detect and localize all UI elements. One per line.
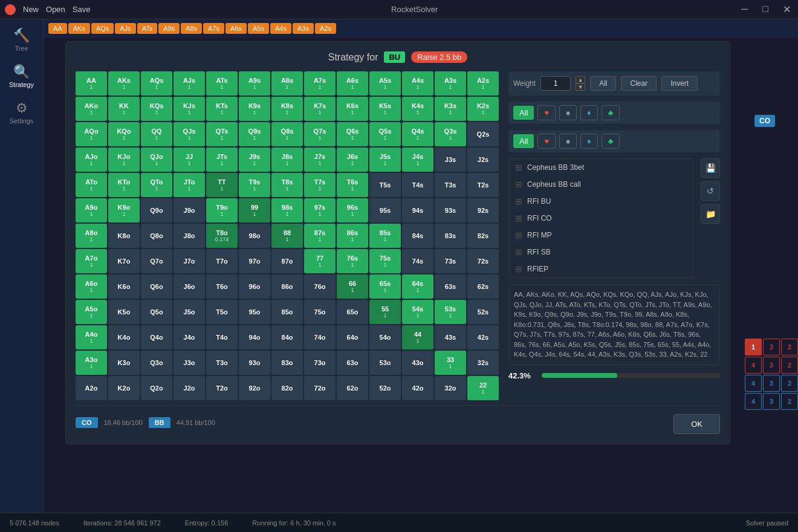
num-badge-2-red-outline-1[interactable]: 2 [781, 339, 798, 355]
hand-cell-KJo[interactable]: KJo1 [108, 148, 140, 172]
hand-cell-K6s[interactable]: K6s1 [337, 97, 368, 121]
hand-cell-97s[interactable]: 97s1 [304, 198, 336, 222]
range-item-cepheus-bb-3bet[interactable]: ⊞ Cepheus BB 3bet [509, 159, 693, 176]
hand-cell-54o[interactable]: 54o [369, 325, 401, 349]
hand-cell-76s[interactable]: 76s1 [337, 249, 368, 273]
hand-tab-AJs[interactable]: AJs [115, 23, 135, 34]
weight-down-button[interactable]: ▼ [576, 83, 585, 91]
hand-cell-72o[interactable]: 72o [304, 376, 336, 400]
hand-cell-A2o[interactable]: A2o [76, 376, 107, 400]
hand-cell-62s[interactable]: 62s [467, 274, 499, 299]
hand-cell-KK[interactable]: KK1 [108, 97, 140, 121]
hand-cell-K2o[interactable]: K2o [108, 376, 140, 400]
hand-cell-J7s[interactable]: J7s1 [304, 148, 336, 172]
hand-cell-J9o[interactable]: J9o [174, 198, 205, 222]
hand-cell-J9s[interactable]: J9s1 [239, 148, 270, 172]
hand-cell-A3s[interactable]: A3s1 [435, 71, 466, 96]
hand-cell-A6o[interactable]: A6o1 [76, 274, 107, 299]
hand-cell-Q2o[interactable]: Q2o [141, 376, 172, 400]
hand-cell-JTs[interactable]: JTs1 [206, 148, 238, 172]
hand-cell-86s[interactable]: 86s1 [337, 224, 368, 248]
hand-cell-J5s[interactable]: J5s1 [369, 148, 401, 172]
hand-cell-Q5o[interactable]: Q5o [141, 300, 172, 324]
hand-cell-Q8o[interactable]: Q8o [141, 224, 172, 248]
hand-cell-AKo[interactable]: AKo1 [76, 97, 107, 121]
hand-cell-64s[interactable]: 64s1 [402, 274, 433, 299]
hand-cell-AJs[interactable]: AJs1 [174, 71, 205, 96]
hand-cell-A3o[interactable]: A3o1 [76, 351, 107, 375]
hand-cell-J7o[interactable]: J7o [174, 249, 205, 273]
hand-cell-32s[interactable]: 32s [467, 351, 499, 375]
hand-cell-K3o[interactable]: K3o [108, 351, 140, 375]
hand-cell-55[interactable]: 551 [369, 300, 401, 324]
num-badge-1-red[interactable]: 1 [745, 339, 762, 355]
hand-cell-Q2s[interactable]: Q2s [467, 122, 499, 146]
range-item-rfi-co[interactable]: ⊞ RFI CO [509, 210, 693, 227]
hand-cell-K8o[interactable]: K8o [108, 224, 140, 248]
hand-cell-Q4s[interactable]: Q4s1 [402, 122, 433, 146]
hand-cell-87s[interactable]: 87s1 [304, 224, 336, 248]
suit-club-1[interactable]: ♣ [602, 105, 620, 120]
suit-diamond-2[interactable]: ♦ [580, 134, 598, 149]
save-range-button[interactable]: 💾 [701, 158, 720, 178]
hand-tab-AKs[interactable]: AKs [68, 23, 90, 34]
hand-cell-98s[interactable]: 98s1 [271, 198, 303, 222]
hand-cell-T2o[interactable]: T2o [206, 376, 238, 400]
suit-all-1[interactable]: All [513, 106, 534, 120]
hand-cell-T6o[interactable]: T6o [206, 274, 238, 299]
hand-cell-52o[interactable]: 52o [369, 376, 401, 400]
hand-cell-A4s[interactable]: A4s1 [402, 71, 433, 96]
hand-cell-73s[interactable]: 73s [435, 249, 466, 273]
clear-button[interactable]: Clear [621, 76, 657, 91]
hand-cell-T7o[interactable]: T7o [206, 249, 238, 273]
hand-cell-74s[interactable]: 74s [402, 249, 433, 273]
hand-cell-43o[interactable]: 43o [402, 351, 433, 375]
hand-cell-Q7s[interactable]: Q7s1 [304, 122, 336, 146]
hand-cell-95o[interactable]: 95o [239, 300, 270, 324]
hand-cell-K7o[interactable]: K7o [108, 249, 140, 273]
hand-cell-22[interactable]: 221 [467, 376, 499, 400]
minimize-button[interactable]: ─ [739, 4, 750, 15]
hand-cell-74o[interactable]: 74o [304, 325, 336, 349]
hand-cell-J5o[interactable]: J5o [174, 300, 205, 324]
hand-cell-Q5s[interactable]: Q5s1 [369, 122, 401, 146]
hand-cell-K7s[interactable]: K7s1 [304, 97, 336, 121]
hand-cell-AJo[interactable]: AJo1 [76, 148, 107, 172]
suit-diamond-1[interactable]: ♦ [580, 105, 598, 120]
suit-heart-1[interactable]: ♥ [537, 105, 556, 120]
hand-tab-A5s[interactable]: A5s [248, 23, 269, 34]
num-badge-4-blue-1[interactable]: 4 [745, 375, 762, 392]
hand-cell-87o[interactable]: 87o [271, 249, 303, 273]
hand-cell-K4o[interactable]: K4o [108, 325, 140, 349]
range-item-rfi-sb[interactable]: ⊞ RFI SB [509, 244, 693, 261]
hand-cell-A5o[interactable]: A5o1 [76, 300, 107, 324]
sidebar-item-tree[interactable]: 🔨 Tree [4, 24, 40, 56]
hand-cell-J6o[interactable]: J6o [174, 274, 205, 299]
hand-cell-ATo[interactable]: ATo1 [76, 173, 107, 197]
menu-save[interactable]: Save [73, 5, 91, 14]
hand-cell-QJs[interactable]: QJs1 [174, 122, 205, 146]
hand-cell-AQs[interactable]: AQs1 [141, 71, 172, 96]
hand-cell-AQo[interactable]: AQo1 [76, 122, 107, 146]
hand-cell-QTo[interactable]: QTo1 [141, 173, 172, 197]
hand-cell-ATs[interactable]: ATs1 [206, 71, 238, 96]
hand-cell-TT[interactable]: TT1 [206, 173, 238, 197]
hand-cell-J2o[interactable]: J2o [174, 376, 205, 400]
hand-cell-A9o[interactable]: A9o1 [76, 198, 107, 222]
hand-cell-Q3s[interactable]: Q3s1 [435, 122, 466, 146]
num-badge-3-red-outline[interactable]: 3 [763, 339, 780, 355]
hand-cell-J8s[interactable]: J8s1 [271, 148, 303, 172]
hand-tab-A6s[interactable]: A6s [225, 23, 247, 34]
hand-cell-32o[interactable]: 32o [435, 376, 466, 400]
num-badge-3-blue-2[interactable]: 3 [763, 393, 780, 410]
hand-cell-T3s[interactable]: T3s [435, 173, 466, 197]
hand-cell-76o[interactable]: 76o [304, 274, 336, 299]
hand-cell-63o[interactable]: 63o [337, 351, 368, 375]
hand-cell-KJs[interactable]: KJs1 [174, 97, 205, 121]
num-badge-2-2[interactable]: 2 [781, 357, 798, 374]
hand-cell-K9o[interactable]: K9o1 [108, 198, 140, 222]
hand-cell-66[interactable]: 661 [337, 274, 368, 299]
suit-heart-2[interactable]: ♥ [537, 134, 556, 149]
hand-cell-Q3o[interactable]: Q3o [141, 351, 172, 375]
hand-cell-J3s[interactable]: J3s [435, 148, 466, 172]
